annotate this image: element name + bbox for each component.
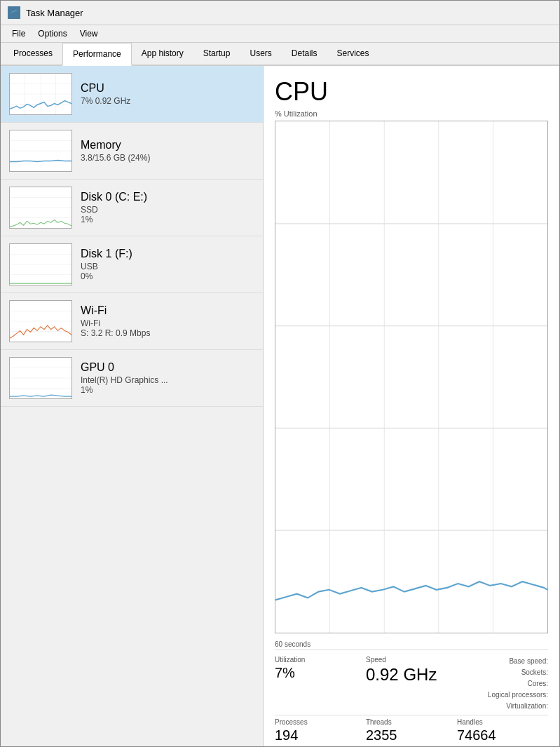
cpu-sub: 7% 0.92 GHz [81, 96, 254, 106]
threads-label: Threads [366, 718, 457, 726]
sidebar-item-disk0[interactable]: Disk 0 (C: E:) SSD 1% [1, 180, 263, 236]
processes-value: 194 [275, 727, 366, 743]
stats-row: Utilization 7% Speed 0.92 GHz Base speed… [275, 650, 548, 715]
wifi-label: Wi-Fi [81, 304, 254, 317]
menu-options[interactable]: Options [32, 27, 72, 41]
utilization-label: Utilization [275, 656, 366, 664]
tab-processes[interactable]: Processes [4, 43, 62, 65]
menu-file[interactable]: File [6, 27, 31, 41]
gpu0-mini-chart [9, 357, 72, 399]
disk1-sub2: 0% [81, 271, 254, 281]
main-content: CPU 7% 0.92 GHz Memory [1, 66, 559, 746]
wifi-mini-chart [9, 300, 72, 342]
gpu0-sub2: 1% [81, 385, 254, 395]
main-panel: CPU % Utilization [264, 66, 559, 746]
cores-label: Cores: [528, 680, 548, 687]
sockets-label: Sockets: [521, 668, 548, 676]
tab-performance[interactable]: Performance [62, 43, 132, 66]
threads-value: 2355 [366, 727, 457, 743]
tab-services[interactable]: Services [327, 43, 379, 65]
memory-info: Memory 3.8/15.6 GB (24%) [81, 139, 254, 163]
gpu0-label: GPU 0 [81, 361, 254, 374]
wifi-sub2: S: 3.2 R: 0.9 Mbps [81, 328, 254, 338]
handles-label: Handles [457, 718, 548, 726]
title-bar: Task Manager [1, 1, 559, 25]
stat-handles: Handles 74664 [457, 718, 548, 743]
right-stats: Base speed: Sockets: Cores: Logical proc… [457, 656, 548, 712]
tab-startup[interactable]: Startup [193, 43, 240, 65]
utilization-value: 7% [275, 665, 366, 681]
disk1-label: Disk 1 (F:) [81, 248, 254, 260]
sidebar-item-cpu[interactable]: CPU 7% 0.92 GHz [1, 66, 263, 123]
memory-mini-chart [9, 130, 72, 172]
disk0-sub2: 1% [81, 215, 254, 224]
stat-right: Base speed: Sockets: Cores: Logical proc… [457, 656, 548, 712]
cpu-info: CPU 7% 0.92 GHz [81, 82, 254, 106]
memory-label: Memory [81, 139, 254, 152]
disk1-mini-chart [9, 243, 72, 285]
cpu-graph [275, 121, 548, 633]
sidebar: CPU 7% 0.92 GHz Memory [1, 66, 264, 746]
tab-details[interactable]: Details [282, 43, 327, 65]
base-speed-label: Base speed: [509, 657, 548, 665]
processes-label: Processes [275, 718, 366, 726]
disk0-info: Disk 0 (C: E:) SSD 1% [81, 191, 254, 224]
disk1-sub1: USB [81, 262, 254, 271]
tab-users[interactable]: Users [240, 43, 281, 65]
virtualization-label: Virtualization: [506, 702, 548, 710]
wifi-info: Wi-Fi Wi-Fi S: 3.2 R: 0.9 Mbps [81, 304, 254, 338]
disk0-sub1: SSD [81, 205, 254, 215]
wifi-sub1: Wi-Fi [81, 318, 254, 328]
disk0-label: Disk 0 (C: E:) [81, 191, 254, 203]
stat-threads: Threads 2355 [366, 718, 457, 743]
stat-utilization: Utilization 7% [275, 656, 366, 712]
disk0-mini-chart [9, 187, 72, 229]
task-manager-window: Task Manager File Options View Processes… [0, 0, 560, 747]
handles-value: 74664 [457, 727, 548, 743]
tabs-bar: Processes Performance App history Startu… [1, 43, 559, 66]
cpu-mini-chart [9, 73, 72, 115]
main-title: CPU [275, 77, 548, 107]
chart-label: % Utilization [275, 109, 548, 118]
time-label: 60 seconds [275, 639, 548, 650]
sidebar-item-gpu0[interactable]: GPU 0 Intel(R) HD Graphics ... 1% [1, 350, 263, 407]
menu-bar: File Options View [1, 25, 559, 43]
speed-label: Speed [366, 656, 457, 664]
cpu-label: CPU [81, 82, 254, 95]
stat-processes: Processes 194 [275, 718, 366, 743]
tab-apphistory[interactable]: App history [132, 43, 193, 65]
stats-row-2: Processes 194 Threads 2355 Handles 74664 [275, 715, 548, 746]
gpu0-info: GPU 0 Intel(R) HD Graphics ... 1% [81, 361, 254, 395]
sidebar-item-wifi[interactable]: Wi-Fi Wi-Fi S: 3.2 R: 0.9 Mbps [1, 293, 263, 350]
sidebar-item-memory[interactable]: Memory 3.8/15.6 GB (24%) [1, 123, 263, 180]
menu-view[interactable]: View [74, 27, 104, 41]
speed-value: 0.92 GHz [366, 665, 457, 685]
disk1-info: Disk 1 (F:) USB 0% [81, 248, 254, 281]
app-icon [8, 6, 20, 19]
sidebar-item-disk1[interactable]: Disk 1 (F:) USB 0% [1, 236, 263, 293]
logical-label: Logical processors: [488, 691, 548, 699]
window-title: Task Manager [26, 8, 83, 18]
stat-speed: Speed 0.92 GHz [366, 656, 457, 712]
memory-sub: 3.8/15.6 GB (24%) [81, 153, 254, 163]
gpu0-sub1: Intel(R) HD Graphics ... [81, 375, 254, 385]
